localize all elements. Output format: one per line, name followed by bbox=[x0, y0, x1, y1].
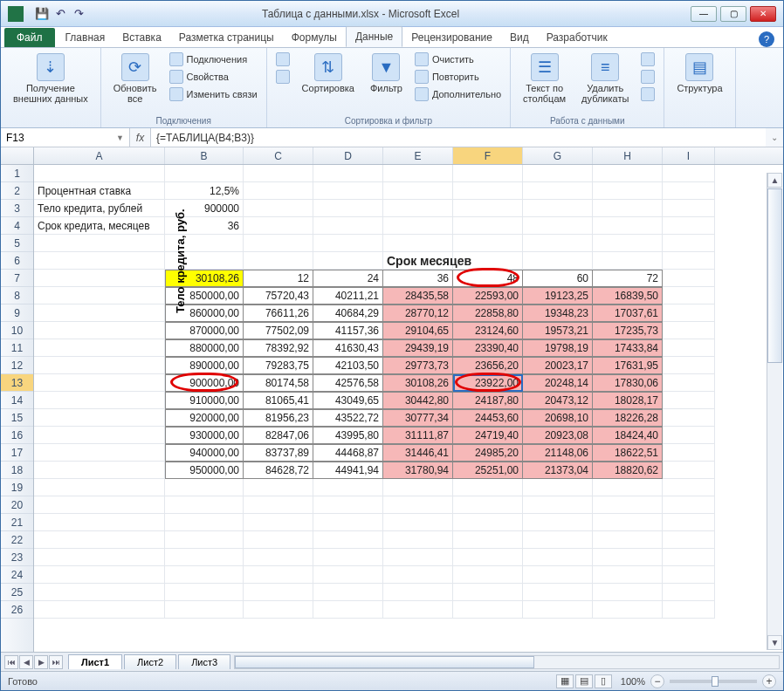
maximize-button[interactable]: ▢ bbox=[720, 6, 746, 22]
row-header-22[interactable]: 22 bbox=[1, 531, 33, 549]
tab-formulas[interactable]: Формулы bbox=[283, 28, 346, 47]
cell-A25[interactable] bbox=[34, 584, 165, 601]
row-header-13[interactable]: 13 bbox=[1, 374, 33, 392]
cell-B1[interactable] bbox=[165, 165, 244, 182]
cell-G22[interactable] bbox=[523, 531, 593, 549]
col-header-F[interactable]: F bbox=[453, 147, 523, 164]
tab-developer[interactable]: Разработчик bbox=[538, 28, 616, 47]
cell-C14[interactable]: 81065,41 bbox=[244, 392, 313, 409]
cell-I23[interactable] bbox=[663, 549, 715, 566]
cell-E6[interactable]: Срок месяцев bbox=[383, 252, 453, 270]
cell-C3[interactable] bbox=[244, 200, 313, 217]
row-header-5[interactable]: 5 bbox=[1, 235, 33, 252]
cell-D13[interactable]: 42576,58 bbox=[313, 374, 383, 392]
cell-E17[interactable]: 31446,41 bbox=[383, 444, 453, 462]
cell-G17[interactable]: 21148,06 bbox=[523, 444, 593, 462]
cell-B13[interactable]: 900000,00 bbox=[165, 374, 244, 392]
cell-C25[interactable] bbox=[244, 584, 313, 601]
cell-A14[interactable] bbox=[34, 392, 165, 409]
cell-I10[interactable] bbox=[663, 322, 715, 339]
row-header-25[interactable]: 25 bbox=[1, 584, 33, 601]
cell-B18[interactable]: 950000,00 bbox=[165, 462, 244, 479]
cell-H13[interactable]: 17830,06 bbox=[593, 374, 663, 392]
cell-D25[interactable] bbox=[313, 584, 383, 601]
row-header-26[interactable]: 26 bbox=[1, 601, 33, 619]
cell-I3[interactable] bbox=[663, 200, 715, 217]
file-tab[interactable]: Файл bbox=[4, 28, 55, 47]
tab-home[interactable]: Главная bbox=[57, 28, 114, 47]
cell-F1[interactable] bbox=[453, 165, 523, 182]
row-header-17[interactable]: 17 bbox=[1, 444, 33, 462]
cell-B23[interactable] bbox=[165, 549, 244, 566]
cell-A24[interactable] bbox=[34, 566, 165, 584]
col-header-I[interactable]: I bbox=[663, 147, 715, 164]
cell-F5[interactable] bbox=[453, 235, 523, 252]
cell-D12[interactable]: 42103,50 bbox=[313, 357, 383, 374]
cell-B20[interactable] bbox=[165, 496, 244, 514]
cell-C9[interactable]: 76611,26 bbox=[244, 304, 313, 322]
vertical-scrollbar[interactable]: ▲ ▼ bbox=[767, 173, 782, 650]
cell-I1[interactable] bbox=[663, 165, 715, 182]
cell-B21[interactable] bbox=[165, 514, 244, 531]
tab-review[interactable]: Рецензирование bbox=[402, 28, 501, 47]
cell-C13[interactable]: 80174,58 bbox=[244, 374, 313, 392]
cell-B10[interactable]: 870000,00 bbox=[165, 322, 244, 339]
cell-F22[interactable] bbox=[453, 531, 523, 549]
cell-E23[interactable] bbox=[383, 549, 453, 566]
cell-D22[interactable] bbox=[313, 531, 383, 549]
cell-A7[interactable] bbox=[34, 270, 165, 287]
cell-C15[interactable]: 81956,23 bbox=[244, 409, 313, 427]
row-header-2[interactable]: 2 bbox=[1, 182, 33, 200]
cell-E14[interactable]: 30442,80 bbox=[383, 392, 453, 409]
sheet-nav-last[interactable]: ⏭ bbox=[49, 655, 63, 669]
row-header-14[interactable]: 14 bbox=[1, 392, 33, 409]
tab-data[interactable]: Данные bbox=[346, 26, 402, 47]
cell-F14[interactable]: 24187,80 bbox=[453, 392, 523, 409]
cell-A11[interactable] bbox=[34, 339, 165, 357]
cell-E1[interactable] bbox=[383, 165, 453, 182]
cell-E10[interactable]: 29104,65 bbox=[383, 322, 453, 339]
cell-B12[interactable]: 890000,00 bbox=[165, 357, 244, 374]
cell-D15[interactable]: 43522,72 bbox=[313, 409, 383, 427]
cell-C1[interactable] bbox=[244, 165, 313, 182]
cell-G12[interactable]: 20023,17 bbox=[523, 357, 593, 374]
cell-G23[interactable] bbox=[523, 549, 593, 566]
remove-duplicates-button[interactable]: ≡ Удалить дубликаты bbox=[576, 51, 634, 106]
cell-D11[interactable]: 41630,43 bbox=[313, 339, 383, 357]
cell-C8[interactable]: 75720,43 bbox=[244, 287, 313, 304]
cell-C4[interactable] bbox=[244, 217, 313, 235]
refresh-all-button[interactable]: ⟳ Обновить все bbox=[108, 51, 162, 106]
row-header-7[interactable]: 7 bbox=[1, 270, 33, 287]
cell-I17[interactable] bbox=[663, 444, 715, 462]
cell-D26[interactable] bbox=[313, 601, 383, 619]
cell-I9[interactable] bbox=[663, 304, 715, 322]
cell-F4[interactable] bbox=[453, 217, 523, 235]
cell-A23[interactable] bbox=[34, 549, 165, 566]
row-header-1[interactable]: 1 bbox=[1, 165, 33, 182]
cell-G7[interactable]: 60 bbox=[523, 270, 593, 287]
col-header-G[interactable]: G bbox=[523, 147, 593, 164]
cell-G26[interactable] bbox=[523, 601, 593, 619]
cell-E15[interactable]: 30777,34 bbox=[383, 409, 453, 427]
cell-A20[interactable] bbox=[34, 496, 165, 514]
cell-F8[interactable]: 22593,00 bbox=[453, 287, 523, 304]
cell-D23[interactable] bbox=[313, 549, 383, 566]
cell-A8[interactable] bbox=[34, 287, 165, 304]
cell-I13[interactable] bbox=[663, 374, 715, 392]
connections-button[interactable]: Подключения bbox=[168, 51, 250, 67]
cell-C10[interactable]: 77502,09 bbox=[244, 322, 313, 339]
cell-D2[interactable] bbox=[313, 182, 383, 200]
cell-A10[interactable] bbox=[34, 322, 165, 339]
cell-E9[interactable]: 28770,12 bbox=[383, 304, 453, 322]
tab-pagelayout[interactable]: Разметка страницы bbox=[170, 28, 283, 47]
row-header-4[interactable]: 4 bbox=[1, 217, 33, 235]
row-header-16[interactable]: 16 bbox=[1, 427, 33, 444]
cell-H22[interactable] bbox=[593, 531, 663, 549]
cell-F13[interactable]: 23922,00 bbox=[453, 374, 523, 392]
cell-A2[interactable]: Процентная ставка bbox=[34, 182, 165, 200]
sheet-tab-2[interactable]: Лист2 bbox=[124, 654, 176, 669]
get-external-data-button[interactable]: ⇣ Получение внешних данных bbox=[8, 51, 93, 106]
cell-C11[interactable]: 78392,92 bbox=[244, 339, 313, 357]
cell-C24[interactable] bbox=[244, 566, 313, 584]
cell-I25[interactable] bbox=[663, 584, 715, 601]
